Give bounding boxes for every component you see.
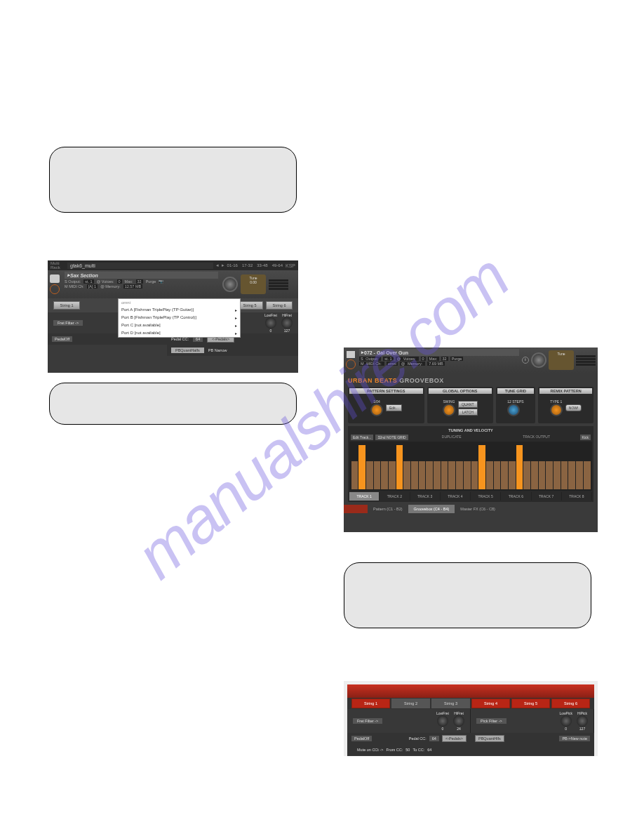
pedal-dropdown[interactable]: PedalOff bbox=[351, 736, 372, 741]
grid-step[interactable] bbox=[434, 461, 441, 489]
range-tab[interactable]: 33-48 bbox=[257, 263, 267, 267]
nav-next-icon[interactable]: ▸ bbox=[222, 263, 224, 268]
grid-step[interactable] bbox=[456, 461, 463, 489]
info-icon[interactable]: i bbox=[522, 357, 529, 364]
grid-step[interactable] bbox=[464, 461, 471, 489]
edit-track-dropdown[interactable]: Edit Track... bbox=[351, 435, 373, 440]
lowfret-knob[interactable]: LowFret0 bbox=[436, 711, 449, 731]
range-tab[interactable]: 01-16 bbox=[227, 263, 238, 267]
grid-step[interactable] bbox=[426, 461, 433, 489]
midi-ch-dropdown[interactable]: [A] 1 bbox=[87, 284, 98, 289]
mute-cc-label[interactable]: Mute on CCt -> bbox=[357, 748, 383, 752]
string-button[interactable]: String 6 bbox=[551, 699, 590, 708]
edit-dropdown[interactable]: Edit... bbox=[386, 404, 402, 411]
grid-step[interactable] bbox=[576, 461, 583, 489]
pbmode-dropdown[interactable]: PB->New note bbox=[559, 736, 590, 741]
grid-step[interactable] bbox=[539, 461, 546, 489]
string-button[interactable]: String 1 bbox=[351, 699, 390, 708]
grid-step[interactable] bbox=[501, 461, 508, 489]
string-button[interactable]: String 4 bbox=[471, 699, 510, 708]
track-tab[interactable]: TRACK 8 bbox=[562, 492, 592, 501]
page-tab-active[interactable]: Groovebox (C4 - B4) bbox=[408, 505, 455, 513]
grid-step[interactable] bbox=[358, 445, 365, 489]
track-tab[interactable]: TRACK 4 bbox=[441, 492, 471, 501]
grid-step[interactable] bbox=[471, 461, 478, 489]
grid-step[interactable] bbox=[561, 461, 568, 489]
multi-name-field[interactable]: gtak6_multi bbox=[67, 263, 213, 269]
volume-knob[interactable] bbox=[222, 277, 238, 292]
pedals-button[interactable]: <-Pedals> bbox=[442, 735, 467, 742]
grid-step[interactable] bbox=[486, 461, 493, 489]
page-tab[interactable]: Master FX (C6 - C8) bbox=[455, 505, 501, 513]
swing-knob[interactable] bbox=[443, 404, 455, 416]
voice-range-tabs[interactable]: 01-16 17-32 33-48 49-64 bbox=[227, 263, 283, 267]
string-button[interactable]: String 6 bbox=[266, 301, 293, 310]
grid-step[interactable] bbox=[351, 461, 358, 489]
grid-step[interactable] bbox=[494, 461, 501, 489]
track-tab[interactable]: TRACK 5 bbox=[471, 492, 501, 501]
instrument-name[interactable]: ▸ 072 - Gal Over Gun bbox=[359, 349, 519, 356]
volume-knob[interactable] bbox=[531, 352, 546, 368]
step-grid[interactable] bbox=[349, 442, 592, 491]
grid-step[interactable] bbox=[396, 445, 403, 489]
note-grid-dropdown[interactable]: 32nd NOTE GRID bbox=[375, 435, 408, 440]
grid-step[interactable] bbox=[366, 461, 373, 489]
type-knob[interactable] bbox=[550, 404, 563, 416]
page-tab[interactable] bbox=[344, 505, 368, 513]
grid-step[interactable] bbox=[523, 461, 530, 489]
string-button[interactable]: String 1 bbox=[53, 301, 80, 310]
lowpick-knob[interactable]: LowPick0 bbox=[559, 711, 572, 731]
hifret-knob[interactable]: HiFret127 bbox=[281, 313, 293, 333]
grid-step[interactable] bbox=[381, 461, 388, 489]
range-tab[interactable]: 17-32 bbox=[242, 263, 253, 267]
from-cc-value[interactable]: 50 bbox=[405, 748, 410, 752]
string-button[interactable]: String 5 bbox=[511, 699, 550, 708]
lowfret-knob[interactable]: LowFret0 bbox=[264, 313, 277, 333]
string-button[interactable]: String 2 bbox=[391, 699, 430, 708]
to-cc-value[interactable]: 64 bbox=[427, 748, 431, 752]
now-button[interactable]: NOW! bbox=[565, 404, 582, 411]
dropdown-item[interactable]: Port B [Fishman TriplePlay (TP Control)]… bbox=[119, 314, 240, 322]
grid-step[interactable] bbox=[411, 461, 418, 489]
hipick-knob[interactable]: HiPick127 bbox=[577, 711, 588, 731]
grid-step[interactable] bbox=[441, 461, 448, 489]
grid-step[interactable] bbox=[584, 461, 591, 489]
grid-step[interactable] bbox=[478, 445, 485, 489]
grid-step[interactable] bbox=[516, 445, 523, 489]
power-ring-icon[interactable] bbox=[50, 284, 60, 294]
track-tab[interactable]: TRACK 3 bbox=[410, 492, 441, 501]
grid-step[interactable] bbox=[419, 461, 426, 489]
track-tab[interactable]: TRACK 2 bbox=[380, 492, 410, 501]
dropdown-item[interactable]: Port C [not available]▸ bbox=[119, 322, 240, 329]
pedal-dropdown[interactable]: PedalOff bbox=[52, 336, 72, 342]
grid-step[interactable] bbox=[374, 461, 381, 489]
camera-icon[interactable]: 📷 bbox=[159, 279, 163, 284]
instrument-name[interactable]: ▸ Sax Section bbox=[65, 272, 218, 279]
grid-step[interactable] bbox=[509, 461, 516, 489]
pbnarrow-dropdown[interactable]: PB Narrow bbox=[208, 348, 227, 352]
pbquant-dropdown[interactable]: PBQuantHlfs bbox=[475, 735, 504, 742]
track-tab[interactable]: TRACK 6 bbox=[501, 492, 531, 501]
tune-display[interactable]: Tune bbox=[549, 350, 574, 370]
hifret-knob[interactable]: HiFret24 bbox=[453, 711, 464, 731]
grid-step[interactable] bbox=[531, 461, 538, 489]
track-output-dropdown[interactable]: Kick bbox=[580, 435, 591, 440]
dropdown-item[interactable]: Port D [not available]▸ bbox=[119, 329, 240, 337]
latch-button[interactable]: LATCH bbox=[458, 409, 478, 416]
ksp-button[interactable]: KSP bbox=[286, 263, 295, 268]
dropdown-item[interactable]: Port A [Fishman TriplePlay (TP Guitar)]▸ bbox=[119, 306, 240, 314]
track-tab[interactable]: TRACK 1 bbox=[349, 492, 380, 501]
purge-button[interactable]: Purge bbox=[450, 357, 464, 361]
grid-step[interactable] bbox=[546, 461, 553, 489]
page-tab[interactable]: Pattern (C1 - B2) bbox=[368, 505, 408, 513]
track-tab[interactable]: TRACK 7 bbox=[532, 492, 562, 501]
quant-button[interactable]: QUANT bbox=[458, 401, 478, 408]
purge-button[interactable]: Purge bbox=[146, 279, 156, 284]
power-ring-icon[interactable] bbox=[346, 359, 356, 369]
string-button[interactable]: String 3 bbox=[431, 699, 470, 708]
steps-knob[interactable] bbox=[507, 404, 520, 416]
pbquant-dropdown[interactable]: PBQuantHalfs bbox=[171, 348, 204, 353]
grid-step[interactable] bbox=[403, 461, 410, 489]
grid-step[interactable] bbox=[554, 461, 561, 489]
grid-step[interactable] bbox=[568, 461, 575, 489]
